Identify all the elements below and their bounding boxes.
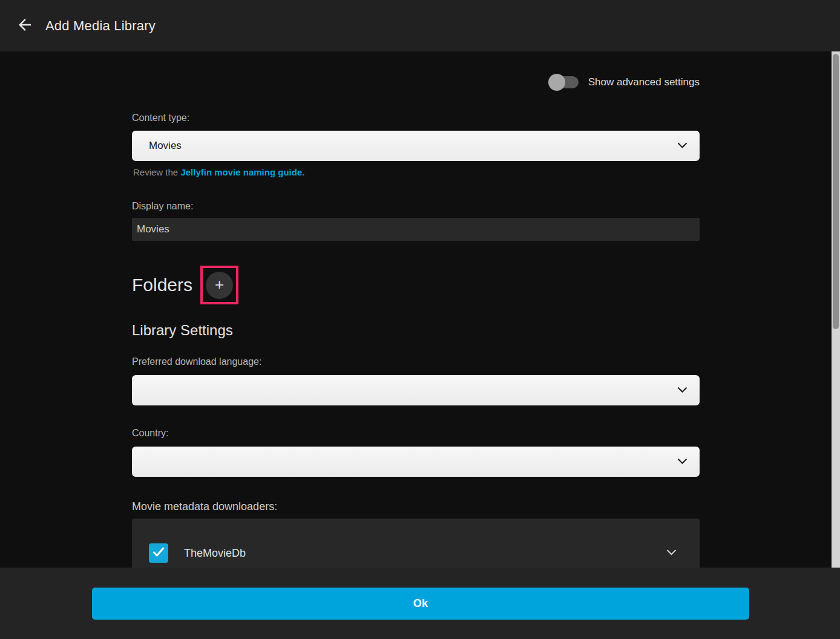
preferred-language-select[interactable]: [132, 375, 700, 405]
toggle-knob: [548, 74, 565, 91]
chevron-down-icon: [677, 385, 687, 396]
chevron-down-icon: [677, 456, 687, 467]
checkmark-icon: [151, 545, 166, 562]
hint-prefix: Review the: [133, 167, 180, 177]
add-folder-focus-ring: +: [200, 266, 238, 304]
back-arrow-icon: [16, 16, 34, 36]
advanced-settings-row: Show advanced settings: [550, 76, 700, 88]
scrollbar-track[interactable]: [832, 51, 840, 568]
scrollbar-thumb[interactable]: [833, 54, 839, 329]
footer-bar: Ok: [0, 568, 840, 639]
folders-section-header: Folders +: [132, 266, 238, 304]
plus-icon: +: [215, 277, 224, 292]
downloader-row: TheMovieDb: [132, 543, 700, 563]
add-media-library-screen: Add Media Library Show advanced settings…: [0, 0, 840, 639]
library-settings-heading: Library Settings: [132, 322, 233, 339]
app-header: Add Media Library: [0, 0, 840, 51]
hint-suffix: .: [302, 167, 304, 177]
chevron-down-icon: [666, 549, 677, 558]
content-type-label: Content type:: [132, 113, 189, 123]
display-name-label: Display name:: [132, 201, 193, 212]
back-button[interactable]: [15, 16, 35, 36]
metadata-downloaders-label: Movie metadata downloaders:: [132, 500, 277, 513]
folders-heading: Folders: [132, 275, 192, 295]
naming-guide-hint: Review the Jellyfin movie naming guide.: [133, 167, 304, 177]
movie-naming-guide-link[interactable]: Jellyfin movie naming guide: [180, 167, 302, 177]
preferred-language-label: Preferred download language:: [132, 356, 261, 367]
themoviedb-checkbox[interactable]: [149, 543, 168, 563]
display-name-input[interactable]: [132, 218, 700, 241]
show-advanced-settings-toggle[interactable]: [550, 76, 579, 88]
downloader-name: TheMovieDb: [184, 547, 246, 560]
chevron-down-icon: [677, 140, 687, 151]
show-advanced-settings-label: Show advanced settings: [588, 76, 700, 88]
ok-button[interactable]: Ok: [92, 588, 749, 620]
add-folder-button[interactable]: +: [206, 272, 233, 299]
content-type-select[interactable]: Movies: [132, 131, 700, 161]
country-select[interactable]: [132, 447, 700, 477]
downloader-expand-button[interactable]: [666, 549, 677, 558]
content-type-value: Movies: [132, 140, 182, 152]
country-label: Country:: [132, 428, 168, 439]
page-title: Add Media Library: [45, 18, 156, 34]
